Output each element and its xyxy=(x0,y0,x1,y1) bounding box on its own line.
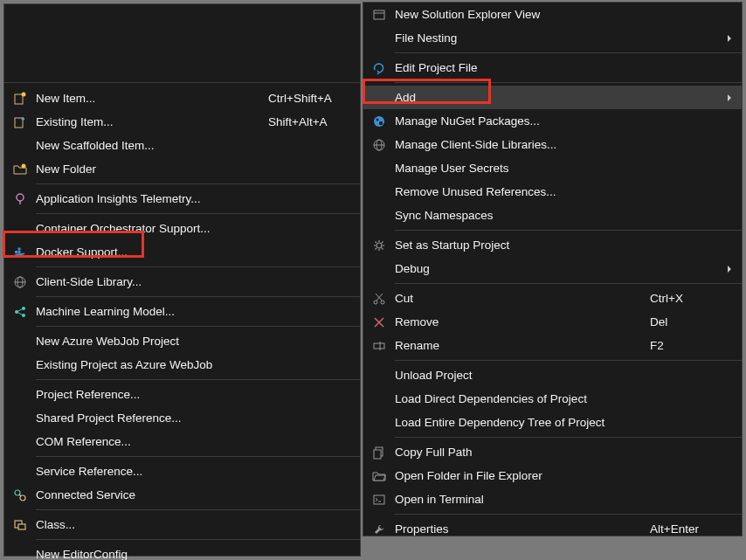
menu-item-service-ref[interactable]: Service Reference... xyxy=(4,460,360,483)
menu-item-label: New Folder xyxy=(36,162,268,176)
menu-item-unload-project[interactable]: Unload Project xyxy=(363,363,742,387)
menu-item-label: Class... xyxy=(36,518,268,531)
svg-line-33 xyxy=(376,294,383,301)
menu-separator xyxy=(36,213,360,214)
menu-item-label: Unload Project xyxy=(395,369,650,382)
menu-item-container-orch[interactable]: Container Orchestrator Support... xyxy=(4,217,360,240)
menu-item-shared-project-ref[interactable]: Shared Project Reference... xyxy=(4,406,360,430)
menu-item-client-side-lib[interactable]: Client-Side Library... xyxy=(4,270,360,294)
menu-item-label: COM Reference... xyxy=(36,435,268,448)
svg-rect-40 xyxy=(374,450,381,459)
menu-item-edit-project-file[interactable]: Edit Project File xyxy=(363,56,742,80)
menu-item-shortcut: Alt+Enter xyxy=(650,522,742,536)
menu-item-properties[interactable]: PropertiesAlt+Enter xyxy=(363,517,742,541)
new-item-icon xyxy=(4,92,36,106)
menu-item-cut[interactable]: CutCtrl+X xyxy=(363,287,742,310)
menu-item-label: Container Orchestrator Support... xyxy=(36,222,268,235)
cut-icon xyxy=(363,292,395,306)
menu-item-file-nesting[interactable]: File Nesting xyxy=(363,26,742,50)
menu-item-rename[interactable]: RenameF2 xyxy=(363,334,742,357)
menu-item-label: Copy Full Path xyxy=(395,446,650,459)
menu-item-ml-model[interactable]: Machine Learning Model... xyxy=(4,300,360,323)
docker-icon xyxy=(4,245,36,259)
menu-item-copy-full-path[interactable]: Copy Full Path xyxy=(363,440,742,464)
submenu-arrow-icon xyxy=(724,265,742,273)
menu-item-label: New Scaffolded Item... xyxy=(36,139,268,152)
svg-point-32 xyxy=(381,301,384,304)
menu-item-label: Load Entire Dependency Tree of Project xyxy=(395,416,650,429)
menu-item-new-solution-explorer[interactable]: New Solution Explorer View xyxy=(363,3,742,26)
menu-item-new-editorconfig[interactable]: New EditorConfig xyxy=(4,543,360,560)
menu-item-open-folder[interactable]: Open Folder in File Explorer xyxy=(363,464,742,487)
menu-separator xyxy=(395,52,742,53)
svg-rect-7 xyxy=(18,251,21,253)
menu-item-label: New Item... xyxy=(36,92,268,105)
menu-item-add[interactable]: Add xyxy=(363,86,742,109)
menu-item-label: Service Reference... xyxy=(36,465,268,478)
blank-area xyxy=(4,4,360,83)
menu-separator xyxy=(36,266,360,267)
menu-item-manage-nuget[interactable]: Manage NuGet Packages... xyxy=(363,109,742,133)
menu-separator xyxy=(36,183,360,184)
menu-item-label: Connected Service xyxy=(36,488,268,501)
menu-item-new-folder[interactable]: New Folder xyxy=(4,157,360,181)
svg-rect-0 xyxy=(15,94,23,104)
menu-item-new-scaffolded[interactable]: New Scaffolded Item... xyxy=(4,134,360,157)
menu-item-set-startup[interactable]: Set as Startup Project xyxy=(363,233,742,257)
menu-item-label: Open in Terminal xyxy=(395,493,650,506)
menu-separator xyxy=(36,296,360,297)
existing-item-icon xyxy=(4,115,36,129)
menu-item-shortcut: Del xyxy=(650,315,742,328)
menu-item-sync-namespaces[interactable]: Sync Namespaces xyxy=(363,204,742,227)
wrench-icon xyxy=(363,522,395,536)
nuget-icon xyxy=(363,114,395,128)
menu-item-docker-support[interactable]: Docker Support... xyxy=(4,240,360,264)
menu-item-label: New Solution Explorer View xyxy=(395,8,650,21)
ml-icon xyxy=(4,305,36,319)
svg-rect-26 xyxy=(379,121,383,125)
svg-rect-2 xyxy=(15,118,23,128)
menu-item-open-terminal[interactable]: Open in Terminal xyxy=(363,487,742,511)
svg-rect-37 xyxy=(374,343,384,349)
menu-item-label: Manage Client-Side Libraries... xyxy=(395,138,650,151)
window-icon xyxy=(363,8,395,22)
menu-item-app-insights[interactable]: Application Insights Telemetry... xyxy=(4,187,360,211)
menu-item-new-item[interactable]: New Item...Ctrl+Shift+A xyxy=(4,86,360,110)
menu-item-shortcut: Ctrl+Shift+A xyxy=(268,92,360,105)
svg-line-15 xyxy=(17,308,24,312)
svg-point-31 xyxy=(374,301,377,304)
menu-item-label: Load Direct Dependencies of Project xyxy=(395,392,650,405)
menu-item-shortcut: Ctrl+X xyxy=(650,292,742,305)
folder-open-icon xyxy=(363,469,395,483)
menu-item-label: Set as Startup Project xyxy=(395,239,650,252)
menu-item-existing-azure-webjob[interactable]: Existing Project as Azure WebJob xyxy=(4,353,360,377)
menu-item-label: Remove Unused References... xyxy=(395,185,650,198)
svg-rect-22 xyxy=(374,10,384,19)
menu-item-remove-unused[interactable]: Remove Unused References... xyxy=(363,180,742,204)
menu-item-debug[interactable]: Debug xyxy=(363,257,742,280)
menu-separator xyxy=(36,509,360,510)
rename-icon xyxy=(363,339,395,353)
menu-item-connected-service[interactable]: Connected Service xyxy=(4,483,360,507)
remove-icon xyxy=(363,315,395,329)
menu-item-load-direct-deps[interactable]: Load Direct Dependencies of Project xyxy=(363,387,742,411)
menu-item-existing-item[interactable]: Existing Item...Shift+Alt+A xyxy=(4,110,360,134)
menu-item-project-ref[interactable]: Project Reference... xyxy=(4,383,360,406)
submenu-arrow-icon xyxy=(724,34,742,43)
menu-separator xyxy=(395,283,742,284)
menu-item-remove[interactable]: RemoveDel xyxy=(363,310,742,334)
connected-icon xyxy=(4,488,36,502)
menu-item-label: New EditorConfig xyxy=(36,548,268,560)
menu-item-load-entire-deps[interactable]: Load Entire Dependency Tree of Project xyxy=(363,411,742,434)
menu-item-manage-client-libs[interactable]: Manage Client-Side Libraries... xyxy=(363,133,742,156)
menu-item-manage-user-secrets[interactable]: Manage User Secrets xyxy=(363,156,742,180)
menu-separator xyxy=(36,456,360,457)
menu-separator xyxy=(395,82,742,83)
svg-line-19 xyxy=(19,494,21,496)
menu-item-class[interactable]: Class... xyxy=(4,513,360,536)
globe-icon xyxy=(363,138,395,152)
context-menu-panel: New Solution Explorer ViewFile NestingEd… xyxy=(363,2,743,536)
menu-item-new-azure-webjob[interactable]: New Azure WebJob Project xyxy=(4,329,360,353)
menu-item-label: Cut xyxy=(395,292,650,305)
menu-item-com-ref[interactable]: COM Reference... xyxy=(4,430,360,453)
